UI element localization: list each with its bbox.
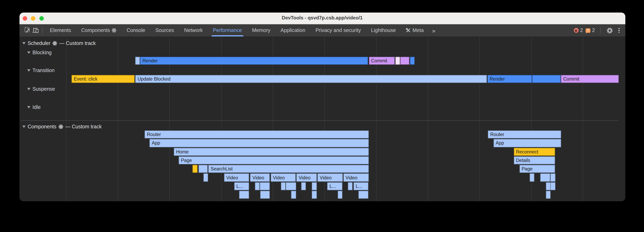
flame-bar[interactable] xyxy=(260,182,270,191)
flame-bar-l[interactable]: L... xyxy=(353,182,368,191)
flame-bar-app[interactable]: App xyxy=(493,139,561,147)
flame-bar[interactable] xyxy=(239,191,249,199)
error-count: 2 xyxy=(580,28,583,33)
flame-bar-page[interactable]: Page xyxy=(519,165,555,173)
gridline xyxy=(428,37,428,201)
flame-bar[interactable] xyxy=(546,191,551,199)
flame-bar-update-blocked[interactable]: Update Blocked xyxy=(135,75,487,83)
tab-privacy-and-security[interactable]: Privacy and security xyxy=(310,24,366,37)
tab-label: Memory xyxy=(252,28,270,33)
device-toolbar-icon[interactable] xyxy=(32,26,40,35)
collapse-triangle-icon xyxy=(27,88,30,90)
collapse-triangle-icon xyxy=(27,106,30,108)
tab-components[interactable]: Components xyxy=(76,24,122,37)
flame-bar-video[interactable]: Video xyxy=(317,173,343,182)
flame-bar[interactable] xyxy=(135,57,140,65)
flame-bar-commit[interactable]: Commit xyxy=(369,57,395,65)
flame-bar[interactable] xyxy=(286,182,296,191)
inspect-element-icon[interactable] xyxy=(23,26,32,35)
kebab-menu-icon[interactable] xyxy=(617,28,621,33)
flame-bar[interactable] xyxy=(255,182,260,191)
flame-bar[interactable] xyxy=(395,57,400,65)
tab-label: Components xyxy=(81,28,110,33)
flame-bar-video[interactable]: Video xyxy=(296,173,317,182)
flame-bar[interactable] xyxy=(550,173,555,182)
flame-bar[interactable] xyxy=(281,182,286,191)
tab-lighthouse[interactable]: Lighthouse xyxy=(366,24,401,37)
flame-bar-video[interactable]: Video xyxy=(250,173,270,182)
flame-bar-router[interactable]: Router xyxy=(488,130,561,139)
tab-label: Sources xyxy=(156,28,174,33)
flame-bar-commit[interactable]: Commit xyxy=(561,75,619,83)
flame-bar[interactable] xyxy=(400,57,409,65)
flame-bar[interactable] xyxy=(358,191,368,199)
tab-sources[interactable]: Sources xyxy=(150,24,179,37)
flame-bar-video[interactable]: Video xyxy=(270,173,296,182)
toolbar-separator xyxy=(600,27,600,34)
flame-bar[interactable] xyxy=(338,191,342,199)
lane-label-idle[interactable]: Idle xyxy=(27,105,40,110)
lane-label-suspense[interactable]: Suspense xyxy=(27,87,55,92)
toolbar-separator xyxy=(42,27,42,34)
titlebar: DevTools - qsvd7p.csb.app/video/1 xyxy=(19,13,625,24)
lane-label-blocking[interactable]: Blocking xyxy=(27,50,52,55)
flame-bar[interactable] xyxy=(530,173,534,182)
devtools-toolbar: ElementsComponents ConsoleSourcesNetwork… xyxy=(19,24,625,37)
tab-console[interactable]: Console xyxy=(122,24,150,37)
flame-bar[interactable] xyxy=(312,191,317,199)
flame-bar[interactable] xyxy=(301,182,306,191)
lane-label-transition[interactable]: Transition xyxy=(27,68,54,73)
tab-label: Lighthouse xyxy=(371,28,396,33)
flame-bar-app[interactable]: App xyxy=(149,139,369,147)
flame-bar[interactable] xyxy=(410,57,414,65)
react-atom-icon xyxy=(58,124,63,129)
collapse-triangle-icon xyxy=(27,51,30,54)
error-badge[interactable]: 2 xyxy=(574,28,583,33)
collapse-triangle-icon xyxy=(22,126,26,128)
flame-bar[interactable] xyxy=(260,191,270,199)
flame-bar-searchlist[interactable]: SearchList xyxy=(208,165,369,173)
flame-bar-home[interactable]: Home xyxy=(174,148,369,156)
tab-network[interactable]: Network xyxy=(179,24,208,37)
flame-bar[interactable] xyxy=(546,182,551,191)
flame-bar[interactable] xyxy=(532,75,560,83)
flame-bar-render[interactable]: Render xyxy=(140,57,368,65)
flame-bar-router[interactable]: Router xyxy=(144,130,369,139)
flame-bar-event-click[interactable]: Event: click xyxy=(72,75,135,83)
flame-bar[interactable] xyxy=(550,182,555,191)
flame-bar[interactable] xyxy=(540,173,550,182)
flame-bar-render[interactable]: Render xyxy=(487,75,532,83)
tab-application[interactable]: Application xyxy=(276,24,310,37)
screen: DevTools - qsvd7p.csb.app/video/1 E xyxy=(0,0,644,232)
react-atom-icon xyxy=(52,41,58,46)
flame-bar-reconnect[interactable]: Reconnect xyxy=(514,148,555,156)
tab-memory[interactable]: Memory xyxy=(247,24,275,37)
lane-label-text: Idle xyxy=(32,104,40,110)
flame-bar-details[interactable]: Details xyxy=(514,156,555,165)
tab-meta[interactable]: Meta xyxy=(401,24,429,37)
settings-gear-icon[interactable] xyxy=(606,26,614,35)
tab-elements[interactable]: Elements xyxy=(45,24,76,37)
flame-bar[interactable] xyxy=(348,182,353,191)
tab-performance[interactable]: Performance xyxy=(208,24,247,37)
error-icon xyxy=(574,28,578,33)
flame-bar-l[interactable]: L... xyxy=(327,182,342,191)
flame-bar-page[interactable]: Page xyxy=(178,156,369,165)
track-suffix: — Custom track xyxy=(65,124,102,130)
flame-bar[interactable] xyxy=(312,182,317,191)
warning-badge[interactable]: ! 2 xyxy=(586,28,595,33)
performance-timeline: Scheduler — Custom trackBlockingTransiti… xyxy=(19,37,625,201)
track-title: Scheduler xyxy=(28,41,50,46)
flame-bar-l[interactable]: L... xyxy=(234,182,249,191)
flame-bar-video[interactable]: Video xyxy=(343,173,369,182)
track-header-scheduler[interactable]: Scheduler — Custom track xyxy=(22,41,96,46)
flame-bar[interactable] xyxy=(203,173,208,182)
flame-bar-video[interactable]: Video xyxy=(224,173,249,182)
tab-label: Network xyxy=(184,28,203,33)
flame-bar[interactable] xyxy=(192,165,198,173)
lane-label-text: Blocking xyxy=(32,50,52,55)
flame-bar[interactable] xyxy=(291,191,296,199)
track-header-components[interactable]: Components — Custom track xyxy=(22,124,102,129)
flame-bar[interactable] xyxy=(198,165,208,173)
more-tabs-chevron[interactable]: » xyxy=(429,27,439,34)
